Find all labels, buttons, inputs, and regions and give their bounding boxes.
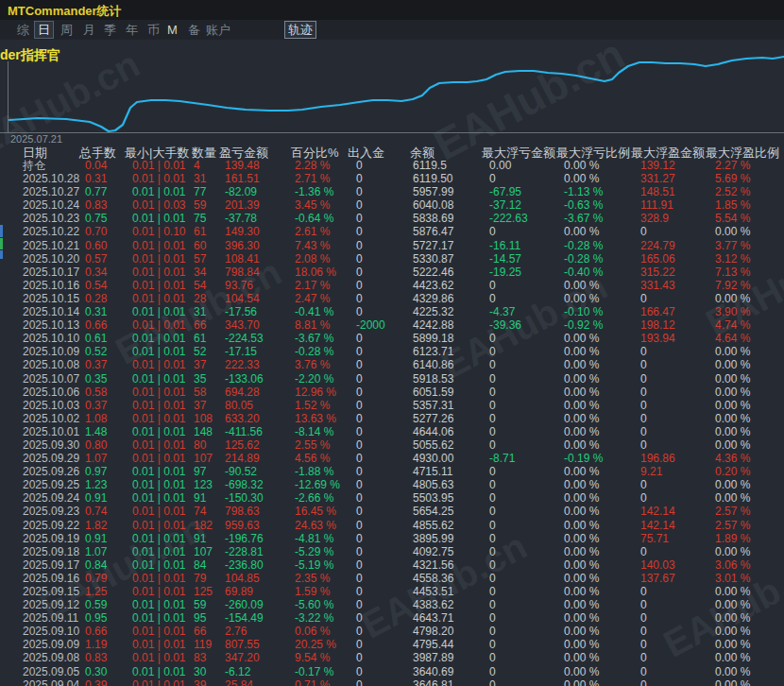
tab-quarter[interactable]: 季 [101, 22, 119, 38]
column-header-3[interactable]: 数量 [192, 146, 216, 160]
cell-lots: 0.74 [85, 505, 107, 518]
table-row[interactable]: 2025.09.251.230.01 | 0.01123-698.32-12.6… [0, 478, 784, 491]
tab-magic[interactable]: M [164, 22, 180, 38]
cell-dd: -16.11 [489, 239, 520, 252]
cell-fp: 196.86 [640, 452, 675, 465]
cell-pl: 347.20 [225, 651, 260, 664]
cell-inout: 0 [356, 625, 363, 638]
cell-count: 37 [194, 358, 206, 371]
cell-balance: 6119.50 [413, 172, 453, 185]
tab-week[interactable]: 周 [58, 22, 76, 38]
equity-chart[interactable]: der指挥官 2025.07.21 [0, 40, 784, 146]
tab-year[interactable]: 年 [123, 22, 141, 38]
table-row[interactable]: 2025.09.190.910.01 | 0.0191-196.76-4.81 … [0, 532, 784, 545]
cell-pl: 80.05 [225, 399, 253, 412]
tab-currency[interactable]: 币 [145, 22, 162, 38]
cell-pct: 2.17 % [295, 279, 330, 292]
cell-pct: 18.06 % [295, 266, 336, 279]
table-row[interactable]: 2025.10.090.520.01 | 0.0152-17.15-0.28 %… [0, 345, 784, 358]
cell-ddpct: 0.00 % [564, 638, 599, 651]
column-header-5[interactable]: 百分比% [291, 146, 339, 160]
table-row[interactable]: 2025.09.260.970.01 | 0.0197-90.52-1.88 %… [0, 465, 784, 478]
cell-date: 2025.09.11 [23, 611, 78, 625]
column-header-6[interactable]: 出入金 [348, 146, 384, 160]
table-row[interactable]: 2025.10.210.600.01 | 0.0160396.307.43 %0… [0, 239, 784, 252]
table-row[interactable]: 2025.10.280.310.01 | 0.0131161.512.71 %0… [0, 172, 784, 185]
tab-track[interactable]: 轨迹 [285, 22, 315, 38]
column-header-7[interactable]: 余额 [410, 146, 435, 160]
column-header-8[interactable]: 最大浮亏金额 [482, 146, 555, 160]
cell-count: 80 [194, 438, 206, 452]
table-row[interactable]: 2025.09.050.300.01 | 0.0130-6.12-0.17 %0… [0, 665, 784, 678]
table-row[interactable]: 2025.10.160.540.01 | 0.015493.762.17 %04… [0, 279, 784, 292]
table-row[interactable]: 2025.09.240.910.01 | 0.0191-150.30-2.66 … [0, 491, 784, 505]
table-row[interactable]: 2025.09.151.250.01 | 0.0112569.891.59 %0… [0, 585, 784, 598]
table-row[interactable]: 2025.09.160.790.01 | 0.0179104.852.35 %0… [0, 572, 784, 585]
cell-date: 2025.09.04 [23, 678, 79, 686]
table-row[interactable]: 2025.09.170.840.01 | 0.0184-236.80-5.19 … [0, 558, 784, 572]
table-row[interactable]: 2025.09.181.070.01 | 0.01107-228.81-5.29… [0, 545, 784, 558]
cell-pl: 108.41 [225, 252, 260, 266]
column-header-10[interactable]: 最大浮盈金额 [631, 146, 705, 160]
table-row[interactable]: 2025.09.040.390.01 | 0.013925.840.71 %03… [0, 678, 784, 686]
column-header-2[interactable]: 最小|大手数 [125, 146, 189, 160]
table-row[interactable]: 2025.09.221.820.01 | 0.01182959.6324.63 … [0, 519, 784, 532]
cell-date: 2025.10.16 [23, 279, 79, 292]
table-row[interactable]: 2025.09.100.660.01 | 0.01662.760.06 %047… [0, 625, 784, 638]
cell-fp: 142.14 [640, 505, 675, 518]
tab-account[interactable]: 账户 [203, 22, 233, 38]
table-row[interactable]: 2025.09.300.800.01 | 0.0180125.622.55 %0… [0, 438, 784, 452]
cell-minmax: 0.01 | 0.01 [132, 491, 186, 505]
cell-inout: 0 [356, 611, 363, 625]
table-row[interactable]: 持仓0.040.01 | 0.014139.482.28 %06119.50.0… [0, 159, 784, 172]
column-header-1[interactable]: 总手数 [79, 146, 116, 160]
table-row[interactable]: 2025.10.200.570.01 | 0.0157108.412.08 %0… [0, 252, 784, 266]
table-row[interactable]: 2025.09.291.070.01 | 0.01107214.894.56 %… [0, 452, 784, 465]
cell-count: 39 [194, 678, 206, 686]
table-row[interactable]: 2025.10.220.700.01 | 0.1061149.302.61 %0… [0, 225, 784, 238]
cell-dd: 0.00 [489, 159, 511, 172]
tab-summary[interactable]: 综 [14, 22, 32, 38]
tab-month[interactable]: 月 [80, 22, 98, 38]
cell-fppct: 0.00 % [715, 585, 750, 598]
cell-pct: -2.20 % [295, 372, 333, 386]
table-row[interactable]: 2025.09.080.830.01 | 0.0183347.209.54 %0… [0, 651, 784, 664]
cell-pct: 9.54 % [295, 651, 330, 664]
table-row[interactable]: 2025.09.091.190.01 | 0.01119807.5520.25 … [0, 638, 784, 651]
cell-inout: 0 [356, 372, 363, 386]
table-row[interactable]: 2025.10.070.350.01 | 0.0135-133.06-2.20 … [0, 372, 784, 386]
table-row[interactable]: 2025.09.230.740.01 | 0.0174798.6316.45 %… [0, 505, 784, 518]
cell-dd: 0 [489, 438, 496, 452]
table-row[interactable]: 2025.09.120.590.01 | 0.0159-260.09-5.60 … [0, 598, 784, 611]
table-row[interactable]: 2025.10.150.280.01 | 0.0128104.542.47 %0… [0, 292, 784, 305]
table-row[interactable]: 2025.10.240.830.01 | 0.0359201.393.45 %0… [0, 198, 784, 212]
table-row[interactable]: 2025.10.100.610.01 | 0.0161-224.53-3.67 … [0, 332, 784, 345]
table-row[interactable]: 2025.09.110.950.01 | 0.0195-154.49-3.22 … [0, 611, 784, 625]
table-row[interactable]: 2025.10.080.370.01 | 0.0137222.333.76 %0… [0, 358, 784, 371]
table-row[interactable]: 2025.10.011.480.01 | 0.01148-411.56-8.14… [0, 425, 784, 438]
column-header-11[interactable]: 最大浮盈比例 [706, 146, 779, 160]
table-row[interactable]: 2025.10.030.370.01 | 0.013780.051.52 %05… [0, 399, 784, 412]
table-row[interactable]: 2025.10.140.310.01 | 0.0131-17.56-0.41 %… [0, 305, 784, 318]
cell-count: 61 [194, 225, 206, 238]
table-row[interactable]: 2025.10.230.750.01 | 0.0175-37.78-0.64 %… [0, 212, 784, 225]
table-row[interactable]: 2025.10.130.660.01 | 0.0166343.708.81 %-… [0, 318, 784, 332]
tab-day[interactable]: 日 [35, 22, 53, 38]
column-header-0[interactable]: 日期 [23, 146, 47, 160]
cell-fppct: 2.27 % [715, 159, 750, 172]
column-header-4[interactable]: 盈亏金额 [219, 146, 268, 160]
cell-ddpct: 0.00 % [564, 478, 599, 491]
table-row[interactable]: 2025.10.021.080.01 | 0.01108633.2013.63 … [0, 412, 784, 425]
cell-fppct: 0.00 % [715, 386, 750, 399]
cell-fp: 0 [640, 372, 647, 386]
tab-comment[interactable]: 备 [185, 22, 203, 38]
column-header-9[interactable]: 最大浮亏比例 [556, 146, 630, 160]
cell-fp: 0 [640, 292, 647, 305]
cell-lots: 1.07 [85, 452, 107, 465]
cell-fp: 331.43 [640, 279, 675, 292]
table-row[interactable]: 2025.10.170.340.01 | 0.0134798.8418.06 %… [0, 266, 784, 279]
table-row[interactable]: 2025.10.060.580.01 | 0.0158694.2812.96 %… [0, 386, 784, 399]
cell-inout: 0 [356, 399, 363, 412]
cell-fp: 0 [640, 651, 647, 664]
table-row[interactable]: 2025.10.270.770.01 | 0.0177-82.09-1.36 %… [0, 185, 784, 198]
